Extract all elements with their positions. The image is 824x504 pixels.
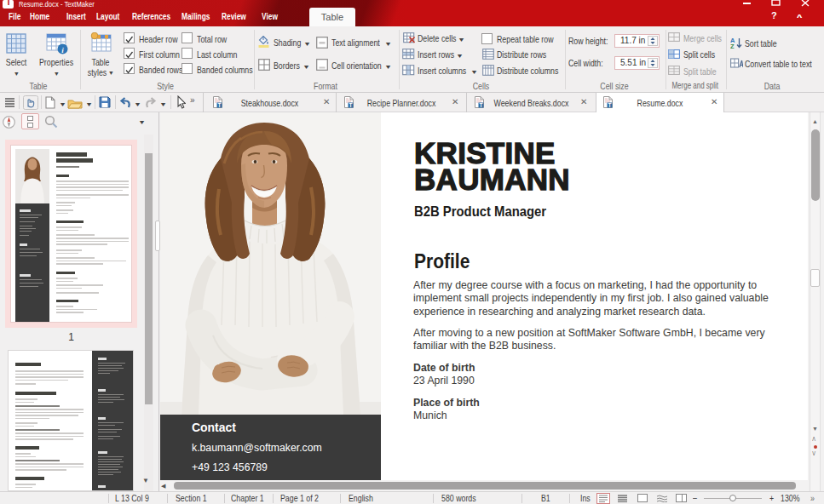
svg-text:Z: Z (730, 43, 735, 49)
